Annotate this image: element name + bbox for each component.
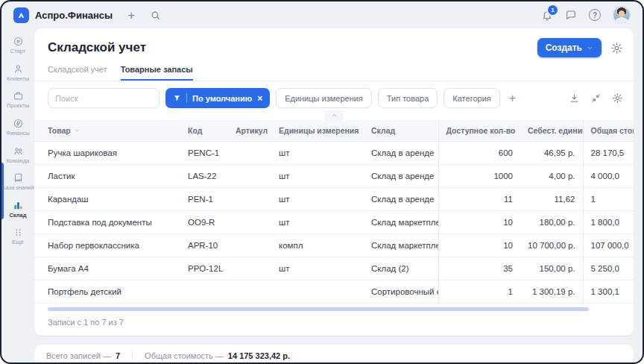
table-cell: 1: [438, 280, 520, 304]
table-row[interactable]: Набор первоклассникаAPR-10комплСклад мар…: [34, 234, 634, 257]
table-cell: компл: [271, 234, 364, 257]
column-header-total-cost[interactable]: Общая стоимость: [583, 120, 634, 142]
table-body: Ручка шариковаяPENC-1штСклад в аренде600…: [34, 142, 634, 304]
table-cell: Склад маркетплейса: [364, 234, 438, 257]
tab-inventory[interactable]: Товарные запасы: [121, 65, 193, 81]
sidebar-item-label: Команда: [7, 158, 30, 165]
records-count-value: 7: [116, 351, 120, 360]
table-cell: [180, 280, 228, 304]
table-cell: Склад в аренде: [364, 188, 438, 211]
search-input[interactable]: [48, 88, 160, 108]
filter-chip-product-type[interactable]: Тип товара: [378, 88, 438, 108]
chat-button[interactable]: [565, 9, 577, 21]
sidebar-item-label: Клиенты: [7, 76, 29, 83]
gear-icon: [612, 92, 623, 104]
table-cell: [271, 280, 364, 304]
brand[interactable]: Аспро.Финансы: [13, 7, 113, 23]
warehouse-icon: [13, 200, 24, 211]
table-cell: 600: [438, 142, 520, 165]
page-settings-button[interactable]: [610, 42, 623, 54]
table-cell: Склад маркетплейса: [364, 211, 438, 234]
dots-grid-icon: [13, 227, 24, 238]
funnel-icon: [173, 94, 181, 102]
sidebar-item-clients[interactable]: Клиенты: [1, 63, 34, 83]
table-cell: Склад (2): [364, 257, 438, 280]
sidebar-scrollbar[interactable]: [1, 163, 4, 219]
table-cell: APR-10: [180, 234, 228, 257]
table-cell: Склад в аренде: [364, 142, 438, 165]
column-header-units[interactable]: Единицы измерения: [271, 120, 364, 142]
table-row[interactable]: Ручка шариковаяPENC-1штСклад в аренде600…: [34, 142, 634, 165]
tab-warehouse-accounting[interactable]: Складской учет: [48, 65, 107, 81]
sort-chevron-icon: [74, 128, 80, 134]
collapse-filters-button[interactable]: [324, 110, 344, 120]
table-cell: 180,00 р.: [520, 211, 583, 234]
download-icon: [569, 92, 580, 104]
sidebar-item-knowledge-base[interactable]: База знаний: [1, 172, 34, 192]
sidebar-item-label: Финансы: [6, 131, 30, 137]
pagination-status: Записи с 1 по 7 из 7: [34, 311, 634, 336]
table-cell: шт: [271, 211, 364, 234]
table-cell: Бумага А4: [34, 257, 180, 280]
add-filter-button[interactable]: +: [506, 92, 519, 105]
table-cell: Подставка под документы: [34, 211, 180, 234]
book-icon: [13, 172, 24, 183]
table-cell: LAS-22: [180, 165, 228, 188]
table-cell: 1: [583, 188, 634, 211]
collapse-view-button[interactable]: [590, 92, 602, 104]
table-cell: PPO-12L: [180, 257, 228, 280]
table-cell: 4 000,0: [583, 165, 634, 188]
help-button[interactable]: ?: [589, 9, 601, 21]
column-header-unit-cost[interactable]: Себест. единицы: [520, 120, 583, 142]
chevron-down-icon: [587, 45, 593, 51]
column-header-label: Товар: [48, 126, 71, 135]
sidebar-item-start[interactable]: Старт: [1, 36, 34, 55]
filter-chip-units[interactable]: Единицы измерения: [276, 88, 372, 108]
remove-filter-icon[interactable]: ×: [257, 94, 262, 103]
active-filter-label: По умолчанию: [192, 94, 252, 103]
export-button[interactable]: [569, 92, 580, 104]
table-cell: 10: [438, 234, 520, 257]
sidebar-item-warehouse[interactable]: Склад: [1, 200, 34, 219]
table-cell: 5 250,0: [583, 257, 634, 280]
table-row[interactable]: ЛастикLAS-22штСклад в аренде10004,00 р.4…: [34, 165, 634, 188]
user-avatar[interactable]: [613, 6, 631, 24]
table-row[interactable]: Портфель детскийСортировочный скла11 300…: [34, 280, 634, 304]
column-header-warehouse[interactable]: Склад: [364, 120, 438, 142]
table-cell: 28 170,5: [583, 142, 634, 165]
table-cell: шт: [271, 165, 364, 188]
sidebar-item-more[interactable]: Ещё: [1, 227, 34, 246]
search-icon: [150, 10, 161, 21]
table-row[interactable]: КарандашPEN-1штСклад в аренде1111,621: [34, 188, 634, 211]
total-cost-label: Общая стоимость —: [145, 351, 224, 360]
create-button[interactable]: Создать: [537, 38, 602, 57]
table-settings-button[interactable]: [612, 92, 623, 104]
table-row[interactable]: Бумага А4PPO-12LштСклад (2)35150,00 р.5 …: [34, 257, 634, 280]
notifications-button[interactable]: 1: [541, 9, 553, 21]
column-header-code[interactable]: Код: [180, 120, 228, 142]
brand-logo-icon: [13, 7, 29, 23]
sidebar-item-label: База знаний: [2, 185, 34, 192]
table-cell: 10 700,00 р.: [520, 234, 583, 257]
filter-chip-category[interactable]: Категория: [443, 88, 499, 108]
column-header-product[interactable]: Товар: [34, 120, 180, 142]
quick-add-button[interactable]: +: [127, 9, 135, 22]
sidebar-item-finance[interactable]: Финансы: [1, 118, 34, 137]
sidebar-item-projects[interactable]: Проекты: [1, 90, 34, 110]
table-row[interactable]: Подставка под документыOO9-RштСклад марк…: [34, 211, 634, 234]
page-title: Складской учет: [48, 40, 146, 55]
search-button[interactable]: [150, 10, 161, 21]
sidebar-item-team[interactable]: Команда: [1, 145, 34, 165]
person-icon: [13, 63, 24, 75]
table-cell: Портфель детский: [34, 280, 180, 304]
table-header-row: Товар Код Артикул Единицы измерения Скла…: [34, 120, 634, 142]
table-cell: 107 000,0: [583, 234, 634, 257]
sidebar-item-label: Ещё: [12, 239, 23, 246]
active-filter-pill[interactable]: По умолчанию ×: [165, 88, 270, 108]
column-header-available-qty[interactable]: Доступное кол-во: [438, 120, 520, 142]
team-icon: [13, 145, 24, 157]
table-cell: Карандаш: [34, 188, 180, 211]
sidebar-item-label: Старт: [10, 48, 25, 55]
gear-icon: [610, 42, 623, 54]
column-header-article[interactable]: Артикул: [228, 120, 271, 142]
